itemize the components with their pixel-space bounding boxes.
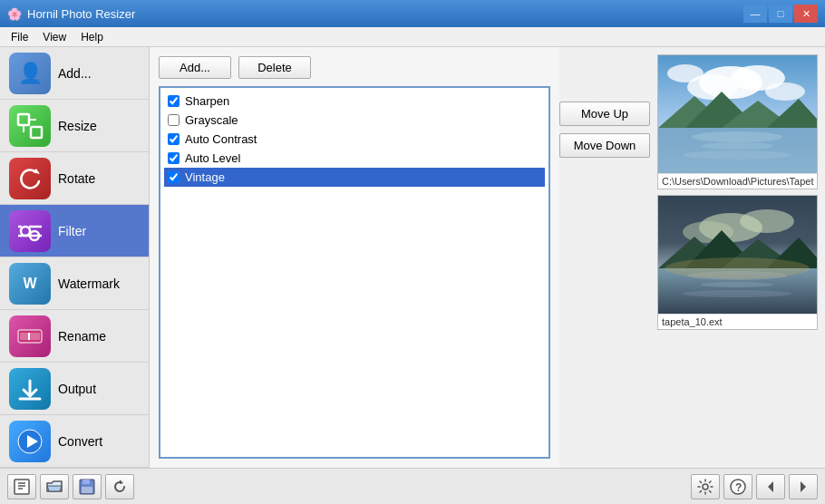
- bottom-left-tools: [7, 474, 134, 499]
- sidebar-item-rotate[interactable]: Rotate: [0, 152, 149, 205]
- sidebar-item-watermark[interactable]: W Watermark: [0, 257, 149, 310]
- filter-item-vintage[interactable]: Vintage: [164, 168, 545, 187]
- svg-point-22: [667, 64, 704, 82]
- preview-bottom-filename: tapeta_10.ext: [658, 314, 817, 329]
- preview-image-bottom: [658, 196, 817, 314]
- output-icon: [9, 368, 51, 410]
- sidebar: 👤 Add... Resize Rotate: [0, 47, 150, 468]
- svg-point-43: [665, 257, 810, 279]
- svg-point-29: [701, 142, 773, 150]
- preview-box-top: C:\Users\Download\Pictures\Tapet: [657, 54, 818, 189]
- svg-point-34: [740, 209, 794, 233]
- close-button[interactable]: ✕: [794, 5, 818, 23]
- bottom-right-tools: ?: [691, 474, 818, 499]
- sidebar-item-resize[interactable]: Resize: [0, 100, 149, 152]
- sidebar-label-watermark: Watermark: [58, 276, 120, 291]
- filter-item-grayscale[interactable]: Grayscale: [164, 111, 545, 130]
- preview-box-bottom: tapeta_10.ext: [657, 195, 818, 330]
- filter-item-auto-contrast[interactable]: Auto Contrast: [164, 130, 545, 149]
- sidebar-label-filter: Filter: [58, 224, 86, 238]
- filter-label-auto-contrast: Auto Contrast: [185, 132, 257, 146]
- app-icon: 🌸: [7, 7, 22, 21]
- watermark-icon: W: [9, 263, 51, 305]
- convert-icon: [9, 421, 51, 462]
- filter-item-auto-level[interactable]: Auto Level: [164, 149, 545, 168]
- sidebar-label-resize: Resize: [58, 119, 97, 133]
- menu-bar: File View Help: [0, 27, 825, 47]
- open-button[interactable]: [40, 474, 69, 499]
- sidebar-label-add: Add...: [58, 66, 92, 81]
- svg-rect-1: [31, 127, 42, 138]
- prev-button[interactable]: [756, 474, 785, 499]
- sidebar-label-rotate: Rotate: [58, 171, 95, 186]
- top-buttons: Add... Delete: [159, 56, 550, 79]
- help-button[interactable]: ?: [723, 474, 752, 499]
- svg-rect-44: [15, 480, 29, 494]
- main-content: 👤 Add... Resize Rotate: [0, 47, 825, 468]
- filter-checkbox-vintage[interactable]: [168, 171, 180, 183]
- filter-icon: [9, 210, 51, 252]
- rename-icon: [9, 315, 51, 357]
- svg-rect-49: [82, 480, 90, 484]
- sidebar-item-convert[interactable]: Convert: [0, 415, 149, 468]
- svg-point-5: [21, 227, 30, 236]
- bottom-toolbar: ?: [0, 468, 825, 504]
- sidebar-item-output[interactable]: Output: [0, 363, 149, 415]
- title-bar: 🌸 Hornil Photo Resizer — □ ✕: [0, 0, 825, 27]
- svg-point-30: [683, 150, 791, 160]
- rotate-icon: [9, 158, 51, 199]
- preview-top-path: C:\Users\Download\Pictures\Tapet: [658, 173, 817, 189]
- menu-view[interactable]: View: [35, 29, 73, 45]
- filter-label-sharpen: Sharpen: [185, 94, 229, 108]
- maximize-button[interactable]: □: [769, 5, 792, 23]
- filter-list: Sharpen Grayscale Auto Contrast Auto Lev…: [159, 86, 550, 459]
- menu-help[interactable]: Help: [73, 29, 111, 45]
- sidebar-label-output: Output: [58, 382, 96, 396]
- sidebar-label-convert: Convert: [58, 434, 102, 449]
- svg-rect-50: [82, 487, 92, 493]
- next-button[interactable]: [789, 474, 818, 499]
- add-icon: 👤: [9, 53, 51, 94]
- new-button[interactable]: [7, 474, 36, 499]
- svg-text:?: ?: [735, 481, 742, 494]
- title-bar-controls: — □ ✕: [743, 5, 818, 23]
- svg-marker-55: [768, 481, 773, 492]
- title-bar-left: 🌸 Hornil Photo Resizer: [7, 7, 135, 21]
- delete-filter-button[interactable]: Delete: [238, 56, 311, 79]
- filter-label-vintage: Vintage: [185, 170, 225, 184]
- sidebar-item-add[interactable]: 👤 Add...: [0, 47, 149, 100]
- sidebar-item-filter[interactable]: Filter: [0, 205, 149, 257]
- filter-label-auto-level: Auto Level: [185, 151, 240, 165]
- svg-marker-56: [801, 481, 806, 492]
- svg-marker-51: [120, 480, 123, 484]
- svg-point-21: [765, 82, 805, 101]
- add-filter-button[interactable]: Add...: [159, 56, 231, 79]
- svg-point-42: [683, 290, 791, 297]
- preview-image-top: [658, 55, 817, 173]
- move-up-button[interactable]: Move Up: [559, 102, 650, 126]
- filter-checkbox-auto-level[interactable]: [168, 152, 180, 164]
- filter-checkbox-auto-contrast[interactable]: [168, 133, 180, 145]
- right-side: Move Up Move Down: [559, 47, 657, 468]
- filter-checkbox-sharpen[interactable]: [168, 95, 180, 107]
- svg-point-28: [692, 131, 782, 142]
- svg-rect-0: [18, 114, 29, 125]
- filter-label-grayscale: Grayscale: [185, 113, 238, 127]
- refresh-button[interactable]: [105, 474, 134, 499]
- minimize-button[interactable]: —: [743, 5, 767, 23]
- settings-button[interactable]: [691, 474, 720, 499]
- resize-icon: [9, 105, 51, 147]
- save-button[interactable]: [73, 474, 102, 499]
- svg-point-52: [703, 484, 708, 489]
- sidebar-label-rename: Rename: [58, 329, 106, 344]
- center-panel: Add... Delete Sharpen Grayscale Auto Con…: [150, 47, 559, 468]
- filter-checkbox-grayscale[interactable]: [168, 114, 180, 126]
- menu-file[interactable]: File: [4, 29, 35, 45]
- window-title: Hornil Photo Resizer: [27, 7, 135, 21]
- sidebar-item-rename[interactable]: Rename: [0, 310, 149, 363]
- move-down-button[interactable]: Move Down: [559, 133, 650, 158]
- filter-item-sharpen[interactable]: Sharpen: [164, 92, 545, 111]
- preview-panel: C:\Users\Download\Pictures\Tapet: [657, 47, 825, 468]
- svg-point-41: [701, 282, 773, 287]
